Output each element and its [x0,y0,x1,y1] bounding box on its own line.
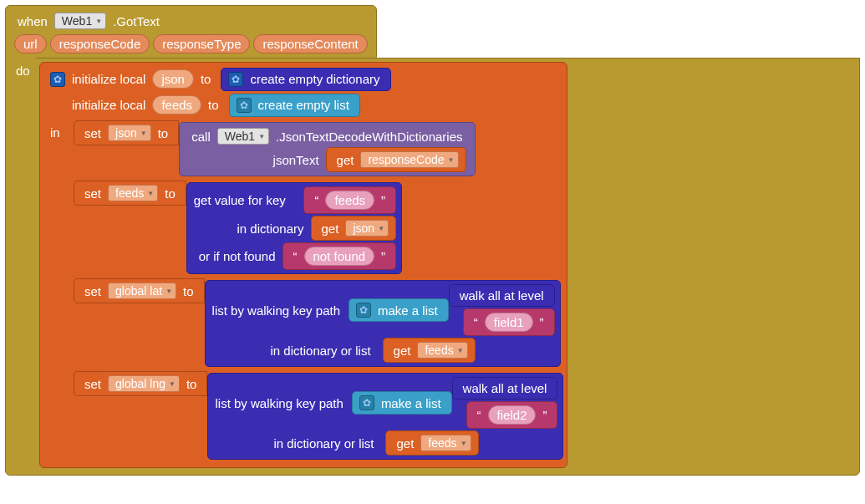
arg-jsonText: jsonText [267,150,326,171]
get-label: get [318,221,343,236]
in-dict-list-label: in dictionary or list [211,340,378,361]
param-responseType[interactable]: responseType [153,34,250,53]
gear-icon[interactable] [356,303,371,318]
list-by-label: list by walking key path [213,396,346,410]
string-field1-block[interactable]: “ field1 ” [463,308,555,336]
init-json-row: initialize local json to [43,66,221,92]
var-lng-dropdown[interactable]: global lng [108,375,180,392]
param-url[interactable]: url [14,34,47,53]
get-label: get [393,436,417,451]
string-feeds[interactable]: feeds [325,191,374,210]
make-list-label: make a list [378,396,445,410]
param-responseCode[interactable]: responseCode [50,34,150,53]
to-label: to [155,126,172,140]
var-lat-dropdown[interactable]: global lat [108,283,176,299]
make-list-block[interactable]: make a list [349,298,449,322]
get-json-dropdown[interactable]: json [345,220,389,237]
component-dropdown[interactable]: Web1 [54,13,106,29]
set-json-block[interactable]: set json to call Web1 .JsonTextDecodeWit… [74,120,563,178]
param-responseContent[interactable]: responseContent [253,34,367,53]
get-feeds-block[interactable]: get feeds [385,430,478,456]
get-feeds-dropdown[interactable]: feeds [417,342,467,359]
get-var-dropdown[interactable]: responseCode [360,151,458,168]
set-label: set [81,186,104,201]
var-json-dropdown[interactable]: json [108,125,151,141]
in-body: in set json to call Web1 .JsonTextDe [43,120,563,461]
call-component-dropdown[interactable]: Web1 [217,128,269,145]
to-label: to [205,98,222,112]
get-label: get [390,344,415,358]
to-label: to [180,284,197,298]
in-dict-label: in dictionary [230,218,310,239]
set-feeds-block[interactable]: set feeds to get value for key “ feeds ” [74,181,563,276]
handler-label: .GotText [109,14,163,28]
walk-all-label: walk all at level [456,288,547,303]
create-list-label: create empty list [255,98,353,112]
string-not-found-block[interactable]: “ not found ” [282,242,397,270]
init-label: initialize local [69,98,149,112]
string-field1[interactable]: field1 [485,313,533,332]
call-label: call [188,130,214,144]
walk-all-block[interactable]: walk all at level [449,284,555,307]
event-block[interactable]: when Web1 .GotText url responseCode resp… [5,5,860,476]
walk-all-block[interactable]: walk all at level [452,377,558,400]
in-dict-list-label: in dictionary or list [213,433,380,454]
make-list-block[interactable]: make a list [352,391,452,415]
string-field2[interactable]: field2 [488,405,537,425]
gear-icon[interactable] [237,98,252,113]
create-list-block[interactable]: create empty list [229,94,360,117]
string-not-found[interactable]: not found [304,247,375,266]
set-label: set [81,126,104,140]
get-feeds-block[interactable]: get feeds [383,338,476,363]
string-feeds-block[interactable]: “ feeds ” [303,186,396,214]
string-field2-block[interactable]: “ field2 ” [466,401,558,429]
initialize-locals-block[interactable]: initialize local json to create empty di… [39,62,567,468]
gear-icon[interactable] [50,72,65,87]
set-global-lng-block[interactable]: set global lng to list by walking key pa… [74,371,563,461]
in-label: in [50,125,60,140]
init-feeds-row: initialize local feeds to [43,92,229,118]
walk-all-label: walk all at level [460,381,551,395]
call-method: .JsonTextDecodeWithDictionaries [272,130,466,144]
to-label: to [161,186,179,201]
list-by-label: list by walking key path [211,303,343,318]
set-label: set [81,284,104,298]
get-value-label: get value for key [192,190,304,211]
walk-key-path-block[interactable]: list by walking key path make a list wal… [205,280,561,367]
get-responseCode-block[interactable]: get responseCode [326,147,466,172]
set-global-lat-block[interactable]: set global lat to list by walking key pa… [74,278,563,369]
create-dict-block[interactable]: create empty dictionary [221,68,390,91]
not-found-label: or if not found [192,246,282,267]
when-label: when [14,14,51,28]
to-label: to [183,377,201,391]
get-json-block[interactable]: get json [311,216,397,241]
var-json[interactable]: json [152,69,194,89]
get-feeds-dropdown[interactable]: feeds [420,435,471,451]
get-label: get [333,153,358,167]
create-dict-label: create empty dictionary [247,72,383,86]
event-do-body: do initialize local json to create empty… [5,58,860,476]
call-block[interactable]: call Web1 .JsonTextDecodeWithDictionarie… [179,122,475,176]
var-feeds[interactable]: feeds [152,95,201,115]
set-label: set [81,377,104,391]
init-label: initialize local [69,72,149,86]
make-list-label: make a list [374,303,441,318]
var-feeds-dropdown[interactable]: feeds [108,185,158,201]
event-header: when Web1 .GotText url responseCode resp… [5,5,377,61]
gear-icon[interactable] [359,395,374,410]
walk-key-path-block[interactable]: list by walking key path make a list wal… [207,373,563,460]
gear-icon[interactable] [228,72,243,87]
to-label: to [197,72,215,86]
do-label: do [13,64,33,78]
get-value-for-key-block[interactable]: get value for key “ feeds ” in dictionar… [186,182,402,274]
